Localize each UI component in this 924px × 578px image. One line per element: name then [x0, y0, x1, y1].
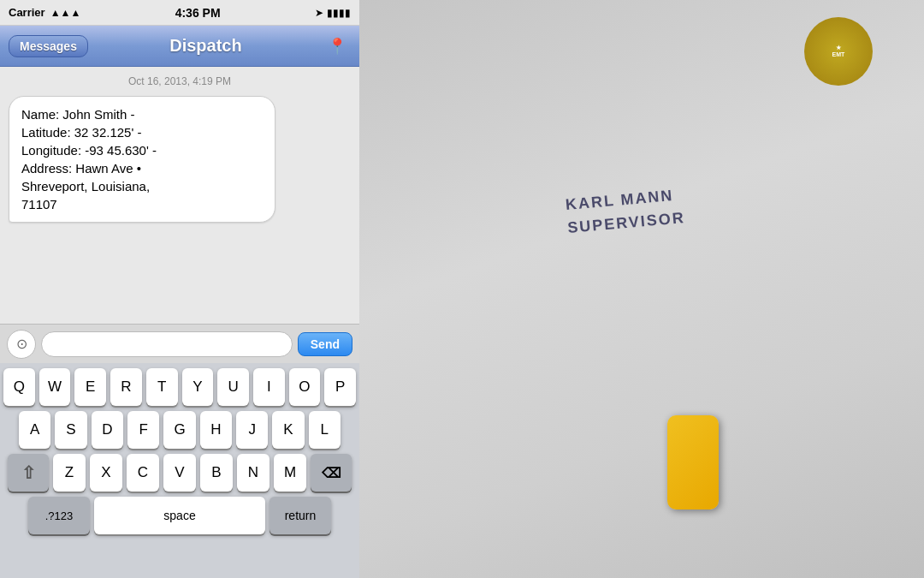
shift-key[interactable]: ⇧ [8, 454, 49, 492]
message-text: Name: John Smith - Latitude: 32 32.125' … [21, 107, 157, 212]
input-area: ⊙ Send [0, 324, 359, 363]
key-j[interactable]: J [236, 411, 268, 449]
wifi-icon: ▲▲▲ [50, 7, 81, 19]
key-f[interactable]: F [127, 411, 159, 449]
yellow-phone [667, 415, 719, 509]
key-h[interactable]: H [200, 411, 232, 449]
shirt-text: KARL MANN SUPERVISOR [565, 183, 686, 240]
keyboard-row-4: .?123 space return [3, 497, 356, 534]
key-n[interactable]: N [237, 454, 270, 492]
status-left: Carrier ▲▲▲ [9, 6, 80, 19]
key-t[interactable]: T [146, 368, 178, 406]
key-s[interactable]: S [55, 411, 86, 449]
key-b[interactable]: B [200, 454, 233, 492]
carrier-label: Carrier [9, 6, 45, 19]
key-p[interactable]: P [324, 368, 356, 406]
key-i[interactable]: I [253, 368, 285, 406]
phone-screen: Carrier ▲▲▲ 4:36 PM ➤ ▮▮▮▮ Messages Disp… [0, 0, 359, 578]
messages-area: Oct 16, 2013, 4:19 PM Name: John Smith -… [0, 67, 359, 324]
message-input[interactable] [41, 331, 293, 357]
delete-key[interactable]: ⌫ [311, 454, 352, 492]
keyboard-row-1: Q W E R T Y U I O P [3, 368, 356, 406]
nav-bar: Messages Dispatch 📍 [0, 26, 359, 67]
messages-back-button[interactable]: Messages [9, 35, 88, 57]
shirt-background: KARL MANN SUPERVISOR ★EMT [342, 0, 924, 578]
status-time: 4:36 PM [175, 6, 221, 20]
keyboard-row-2: A S D F G H J K L [3, 411, 356, 449]
location-pin-icon: 📍 [328, 37, 346, 56]
status-right: ➤ ▮▮▮▮ [315, 7, 351, 19]
received-message-bubble: Name: John Smith - Latitude: 32 32.125' … [9, 96, 275, 223]
location-button[interactable]: 📍 [323, 33, 351, 60]
key-o[interactable]: O [289, 368, 321, 406]
location-icon: ➤ [315, 7, 323, 19]
camera-icon: ⊙ [16, 336, 27, 352]
key-d[interactable]: D [92, 411, 123, 449]
key-g[interactable]: G [163, 411, 195, 449]
key-r[interactable]: R [110, 368, 142, 406]
key-k[interactable]: K [272, 411, 304, 449]
key-q[interactable]: Q [3, 368, 35, 406]
key-w[interactable]: W [39, 368, 71, 406]
key-c[interactable]: C [127, 454, 159, 492]
send-button[interactable]: Send [298, 332, 352, 356]
keyboard: Q W E R T Y U I O P A S D F G H J K [0, 363, 359, 578]
key-l[interactable]: L [309, 411, 341, 449]
key-x[interactable]: X [90, 454, 122, 492]
keyboard-row-3: ⇧ Z X C V B N M ⌫ [3, 454, 356, 492]
key-m[interactable]: M [274, 454, 306, 492]
key-v[interactable]: V [163, 454, 196, 492]
camera-button[interactable]: ⊙ [7, 330, 36, 359]
key-e[interactable]: E [74, 368, 106, 406]
return-key[interactable]: return [270, 497, 331, 534]
nav-title: Dispatch [169, 36, 241, 56]
key-y[interactable]: Y [182, 368, 214, 406]
space-key[interactable]: space [94, 497, 265, 534]
status-bar: Carrier ▲▲▲ 4:36 PM ➤ ▮▮▮▮ [0, 0, 359, 26]
phone-device: Carrier ▲▲▲ 4:36 PM ➤ ▮▮▮▮ Messages Disp… [0, 0, 359, 578]
key-a[interactable]: A [19, 411, 50, 449]
badge: ★EMT [804, 17, 873, 86]
battery-icon: ▮▮▮▮ [327, 7, 351, 19]
key-u[interactable]: U [217, 368, 249, 406]
message-timestamp: Oct 16, 2013, 4:19 PM [9, 75, 351, 87]
numbers-key[interactable]: .?123 [28, 497, 90, 534]
key-z[interactable]: Z [53, 454, 86, 492]
